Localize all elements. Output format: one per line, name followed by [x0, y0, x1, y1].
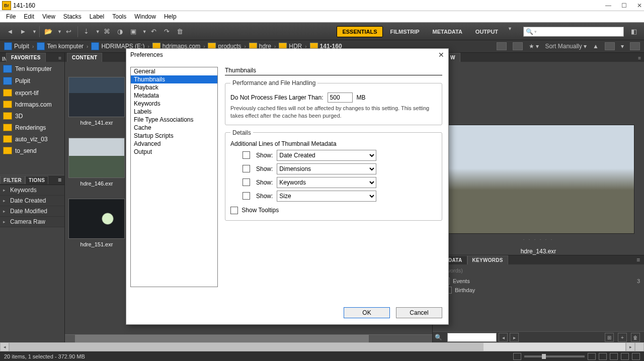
workspace-filmstrip[interactable]: FILMSTRIP [385, 26, 425, 37]
favorite-item[interactable]: hdrmaps.com [0, 99, 64, 110]
metadata-line-select[interactable]: Size [277, 191, 376, 202]
get-photos-button[interactable]: ⇣ [80, 26, 93, 37]
menu-help[interactable]: Help [160, 12, 181, 22]
filter-row-keywords[interactable]: ▸Keywords [0, 185, 64, 196]
panel-tab-filter[interactable]: FILTER [0, 176, 25, 184]
menu-tools[interactable]: Tools [108, 12, 130, 22]
sort-dropdown[interactable]: Sort Manually ▾ [545, 43, 587, 50]
new-folder-button[interactable] [605, 42, 615, 50]
keyword-row[interactable]: ▾ Events 3 [437, 277, 640, 286]
menu-edit[interactable]: Edit [20, 12, 38, 22]
thumbnail-size-slider[interactable] [524, 355, 585, 357]
favorite-item[interactable]: to_send [0, 145, 64, 156]
show-line-checkbox[interactable] [243, 165, 250, 172]
cancel-button[interactable]: Cancel [396, 307, 442, 318]
app-horizontal-scrollbar[interactable]: ◂ ▸ [0, 343, 644, 351]
workspace-metadata[interactable]: METADATA [427, 26, 468, 37]
metadata-line-select[interactable]: Dimensions [277, 163, 376, 174]
chevron-right-icon[interactable]: › [32, 44, 34, 49]
next-result-button[interactable]: ▸ [510, 333, 519, 342]
trash-button[interactable]: 🗑 [174, 26, 186, 37]
nav-history-dropdown[interactable]: ▼ [32, 29, 37, 34]
rotate-left-button[interactable]: ↶ [148, 26, 160, 37]
lock-grid-button[interactable] [599, 353, 607, 360]
show-tooltips-checkbox[interactable] [230, 207, 238, 214]
menu-label[interactable]: Label [86, 12, 108, 22]
rating-filter[interactable]: ★ ▾ [529, 43, 539, 50]
category-thumbnails[interactable]: Thumbnails [131, 75, 217, 83]
slider-knob[interactable] [542, 354, 546, 359]
scrollbar-thumb[interactable] [75, 335, 369, 343]
search-scope-dropdown[interactable]: ▾ [534, 29, 537, 34]
get-photos-dropdown[interactable]: ▼ [96, 29, 100, 34]
close-button[interactable]: ✕ [637, 2, 642, 9]
thumbnail-item[interactable]: hdre_141.exr [69, 77, 124, 126]
panel-tab-content[interactable]: CONTENT [67, 53, 102, 62]
show-line-checkbox[interactable] [243, 178, 250, 186]
compact-mode-button[interactable]: ◧ [628, 26, 640, 37]
chevron-right-icon[interactable]: › [87, 44, 88, 49]
ok-button[interactable]: OK [344, 307, 390, 318]
new-sub-keyword-button[interactable]: + [618, 333, 627, 342]
scroll-right-button[interactable]: ▸ [626, 342, 635, 351]
category-advanced[interactable]: Advanced [131, 140, 217, 148]
view-as-details-button[interactable] [621, 353, 629, 360]
content-scrollbar[interactable] [65, 334, 432, 343]
category-startup-scripts[interactable]: Startup Scripts [131, 132, 217, 140]
panel-tab-keywords[interactable]: KEYWORDS [467, 255, 508, 264]
keyword-row[interactable]: Birthday [437, 286, 640, 295]
favorite-item[interactable]: Pulpit [0, 75, 64, 87]
delete-button[interactable] [630, 42, 640, 50]
metadata-line-select[interactable]: Date Created [277, 150, 376, 161]
panel-menu-icon[interactable]: ≡ [55, 54, 64, 62]
menu-stacks[interactable]: Stacks [59, 12, 86, 22]
options-dropdown[interactable]: ▾ [621, 43, 624, 50]
category-general[interactable]: General [131, 67, 217, 75]
favorite-item[interactable]: Ten komputer [0, 63, 64, 75]
max-file-size-input[interactable] [328, 93, 353, 103]
show-line-checkbox[interactable] [243, 151, 250, 159]
output-dropdown[interactable]: ▼ [142, 29, 147, 34]
favorite-item[interactable]: auto_viz_03 [0, 133, 64, 145]
view-as-thumbnails-button[interactable] [610, 353, 618, 360]
favorite-item[interactable]: export-tif [0, 87, 64, 99]
scrollbar-track[interactable] [9, 342, 626, 351]
back-button[interactable]: ◄ [4, 26, 16, 37]
thumbnail-item[interactable]: hdre_151.exr [69, 199, 124, 247]
scroll-left-button[interactable]: ◂ [0, 342, 9, 351]
menu-view[interactable]: View [38, 12, 59, 22]
reveal-recent-button[interactable]: 📂 [42, 26, 54, 37]
workspace-more-dropdown[interactable]: ▼ [508, 26, 512, 37]
filter-row-date-created[interactable]: ▸Date Created [0, 196, 64, 206]
workspace-output[interactable]: OUTPUT [470, 26, 504, 37]
category-labels[interactable]: Labels [131, 108, 217, 116]
category-keywords[interactable]: Keywords [131, 100, 217, 108]
filter-items-button-2[interactable] [513, 42, 523, 50]
category-file-type[interactable]: File Type Associations [131, 116, 217, 124]
category-cache[interactable]: Cache [131, 124, 217, 132]
panel-tab-collections[interactable]: TIONS [25, 176, 48, 184]
favorite-item[interactable]: Renderings [0, 122, 64, 133]
search-box[interactable]: 🔍 ▾ [523, 27, 624, 37]
preview-image[interactable] [442, 125, 634, 234]
panel-menu-icon[interactable]: ≡ [58, 176, 64, 184]
panel-menu-icon[interactable]: ≡ [635, 54, 644, 62]
recent-dropdown[interactable]: ▼ [57, 29, 62, 34]
filter-row-camera-raw[interactable]: ▸Camera Raw [0, 217, 64, 227]
dialog-close-button[interactable]: ✕ [438, 51, 444, 59]
view-thumbnails-small-button[interactable] [513, 353, 521, 360]
boomerang-button[interactable]: ↩ [63, 26, 75, 37]
forward-button[interactable]: ► [17, 26, 29, 37]
category-playback[interactable]: Playback [131, 83, 217, 92]
maximize-button[interactable]: ☐ [621, 2, 627, 9]
view-thumbnails-large-button[interactable] [588, 353, 596, 360]
crumb-pulpit[interactable]: Pulpit [4, 42, 29, 50]
menu-window[interactable]: Window [130, 12, 160, 22]
open-camera-raw-button[interactable]: ◑ [114, 26, 126, 37]
favorite-item[interactable]: 3D [0, 110, 64, 122]
thumbnail-item[interactable]: hdre_146.exr [69, 138, 124, 187]
sort-ascending-icon[interactable]: ▲ [593, 43, 599, 50]
prev-result-button[interactable]: ◂ [499, 333, 508, 342]
filter-items-button[interactable] [497, 42, 507, 50]
crumb-computer[interactable]: Ten komputer [37, 42, 84, 50]
